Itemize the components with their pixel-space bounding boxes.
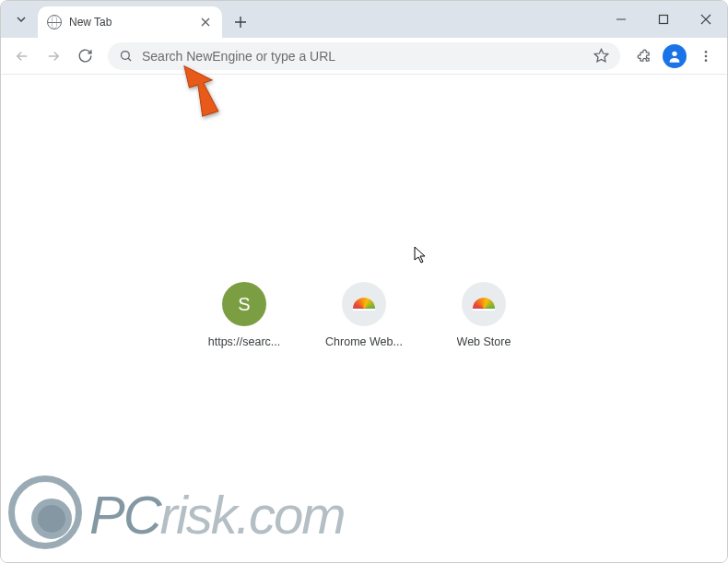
shortcut-tile[interactable]: S https://searc...	[200, 282, 288, 348]
globe-icon	[47, 15, 62, 29]
svg-point-3	[672, 51, 676, 55]
window-controls	[600, 1, 727, 38]
watermark: PCrisk.com	[8, 475, 344, 553]
search-icon	[119, 49, 133, 63]
maximize-button[interactable]	[642, 1, 685, 38]
shortcuts-row: S https://searc... Chrome Web... Web Sto…	[200, 282, 528, 348]
svg-point-6	[705, 59, 708, 62]
bookmark-star-icon[interactable]	[593, 48, 609, 64]
toolbar: Search NewEngine or type a URL	[1, 38, 727, 75]
svg-point-4	[705, 51, 708, 53]
shortcut-letter-icon: S	[222, 282, 266, 326]
shortcut-label: Chrome Web...	[325, 335, 403, 348]
shortcut-label: Web Store	[457, 335, 511, 348]
svg-point-5	[705, 54, 708, 57]
shortcut-chrome-icon	[342, 282, 386, 326]
shortcut-chrome-icon	[462, 282, 506, 326]
shortcut-tile[interactable]: Web Store	[440, 282, 528, 348]
annotation-arrow-icon	[174, 58, 229, 126]
cursor-icon	[414, 246, 429, 268]
menu-button[interactable]	[692, 42, 720, 70]
svg-rect-0	[660, 16, 668, 24]
new-tab-button[interactable]	[228, 9, 253, 35]
svg-point-1	[122, 52, 130, 60]
close-window-button[interactable]	[685, 1, 727, 38]
svg-marker-2	[594, 49, 607, 61]
avatar-icon	[663, 44, 687, 68]
forward-button[interactable]	[40, 42, 67, 70]
watermark-logo-icon	[8, 475, 82, 549]
back-button[interactable]	[8, 42, 36, 70]
search-tabs-button[interactable]	[8, 6, 34, 32]
reload-button[interactable]	[71, 42, 99, 70]
tab-title: New Tab	[69, 16, 191, 29]
close-tab-button[interactable]	[198, 15, 213, 29]
active-tab[interactable]: New Tab	[38, 6, 222, 38]
shortcut-tile[interactable]: Chrome Web...	[320, 282, 408, 348]
shortcut-label: https://searc...	[208, 335, 281, 348]
watermark-text: PCrisk.com	[89, 484, 344, 545]
extensions-button[interactable]	[629, 42, 657, 70]
tab-strip: New Tab	[1, 1, 727, 38]
profile-button[interactable]	[661, 42, 688, 70]
minimize-button[interactable]	[600, 1, 642, 38]
new-tab-page: S https://searc... Chrome Web... Web Sto…	[1, 75, 727, 562]
